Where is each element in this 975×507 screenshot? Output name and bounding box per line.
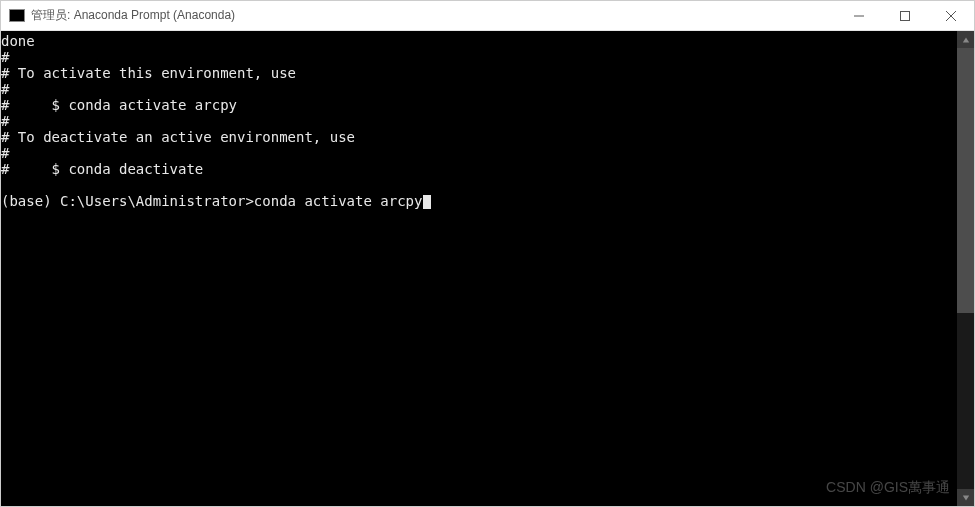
window-controls — [836, 1, 974, 30]
maximize-button[interactable] — [882, 1, 928, 30]
terminal-cursor — [423, 195, 431, 209]
scroll-down-button[interactable] — [957, 489, 974, 506]
titlebar[interactable]: 管理员: Anaconda Prompt (Anaconda) — [1, 1, 974, 31]
app-icon — [9, 9, 25, 22]
scroll-track[interactable] — [957, 48, 974, 489]
svg-rect-1 — [901, 11, 910, 20]
scrollbar[interactable] — [957, 31, 974, 506]
scroll-up-button[interactable] — [957, 31, 974, 48]
terminal-window: 管理员: Anaconda Prompt (Anaconda) done # #… — [0, 0, 975, 507]
svg-marker-4 — [962, 37, 968, 42]
terminal-output[interactable]: done # # To activate this environment, u… — [1, 31, 957, 506]
minimize-button[interactable] — [836, 1, 882, 30]
close-button[interactable] — [928, 1, 974, 30]
svg-marker-5 — [962, 495, 968, 500]
scroll-thumb[interactable] — [957, 48, 974, 313]
terminal-area: done # # To activate this environment, u… — [1, 31, 974, 506]
window-title: 管理员: Anaconda Prompt (Anaconda) — [31, 7, 836, 24]
